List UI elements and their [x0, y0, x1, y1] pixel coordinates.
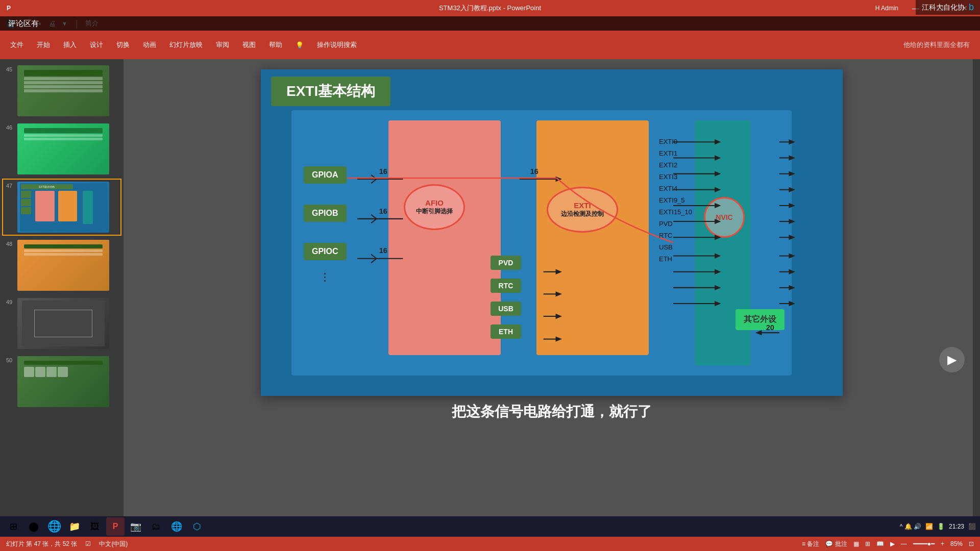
slide-subtitle: 把这条信号电路给打通，就行了 — [452, 402, 652, 421]
slide-thumb-46 — [17, 123, 109, 174]
tab-animations[interactable]: 动画 — [137, 37, 162, 53]
exti-block — [536, 120, 649, 355]
file-explorer-icon[interactable]: 📁 — [65, 517, 84, 536]
notification-area[interactable]: ⬛ — [968, 523, 976, 530]
slide-number-48: 48 — [6, 241, 17, 247]
start-button[interactable]: ⊞ — [4, 517, 22, 536]
folder2-icon[interactable]: 🗂 — [147, 517, 165, 536]
tab-start[interactable]: 开始 — [31, 37, 56, 53]
tab-view[interactable]: 视图 — [236, 37, 262, 53]
rtc-box: RTC — [491, 279, 521, 293]
app-icon: P — [4, 4, 13, 13]
slide-number-49: 49 — [6, 299, 17, 305]
tab-help[interactable]: 帮助 — [263, 37, 288, 53]
language: 中文(中国) — [99, 540, 128, 548]
slide-item-48[interactable]: 48 — [2, 237, 121, 294]
tab-lightbulb: 💡 — [289, 38, 310, 52]
label-exti0: EXTI0 — [659, 138, 692, 145]
camera-icon[interactable]: 📷 — [127, 517, 145, 536]
fit-to-window[interactable]: ⊡ — [969, 540, 974, 547]
afio-block — [388, 120, 501, 355]
app-icon-2[interactable]: ⬡ — [188, 517, 206, 536]
titlebar-left-icons: P — [4, 4, 13, 13]
eth-box: ETH — [491, 324, 521, 339]
bili-overlay: 江科大自化协 b — [916, 0, 980, 15]
zoom-out[interactable]: — — [901, 540, 907, 547]
slide-thumb-45 — [17, 65, 109, 116]
tab-search[interactable]: 操作说明搜索 — [311, 37, 363, 53]
slide-background: EXTI基本结构 GPIOA GPIOB GPIOC — [261, 69, 843, 396]
label-pvd: PVD — [659, 220, 692, 228]
usb-box: USB — [491, 302, 521, 316]
tab-insert[interactable]: 插入 — [57, 37, 83, 53]
zoom-slider[interactable]: ━━━━●━ — [913, 540, 935, 547]
browser2-icon[interactable]: 🌐 — [167, 517, 186, 536]
slide-thumb-48 — [17, 240, 109, 291]
video-comment-top: 他给的资料里面全都有 — [897, 40, 976, 49]
view-normal[interactable]: ▦ — [853, 540, 859, 547]
comment-text-1: 评论区有 — [8, 19, 39, 29]
tab-transitions[interactable]: 切换 — [110, 37, 136, 53]
label-exti15-10: EXTI15_10 — [659, 208, 692, 216]
window-title: STM32入门教程.pptx - PowerPoint — [439, 4, 541, 13]
label-exti4: EXTI4 — [659, 185, 692, 192]
comment-overlay: 评论区有 — [0, 16, 980, 31]
battery-icon: 🔋 — [937, 523, 945, 530]
comments-icon[interactable]: 💬 批注 — [825, 540, 847, 548]
slide-thumb-47: EXTI基本结构 — [17, 182, 109, 233]
label-exti2: EXTI2 — [659, 161, 692, 169]
slide-item-47[interactable]: 47 EXTI基本结构 — [2, 179, 121, 236]
nvic-annotation: NVIC — [704, 197, 745, 238]
other-devices-box: 其它外设 — [736, 309, 785, 330]
time-display: 21:23 — [949, 523, 964, 530]
tab-review[interactable]: 审阅 — [210, 37, 235, 53]
notes-icon[interactable]: ≡ 备注 — [802, 540, 819, 548]
content-area: EXTI基本结构 GPIOA GPIOB GPIOC — [124, 59, 980, 522]
bili-channel: 江科大自化协 — [922, 3, 965, 12]
ellipsis-dots: ⋮ — [320, 271, 330, 283]
ribbon: 文件 开始 插入 设计 切换 动画 幻灯片放映 审阅 视图 帮助 💡 操作说明搜… — [0, 31, 980, 59]
edge-icon[interactable]: 🌐 — [45, 517, 63, 536]
gpiob-box: GPIOB — [304, 205, 347, 222]
tab-design[interactable]: 设计 — [84, 37, 109, 53]
systray-icons: ^ 🔔 🔊 — [900, 523, 921, 530]
taskbar: ⊞ ⬤ 🌐 📁 🖼 P 📷 🗂 🌐 ⬡ ^ 🔔 🔊 📶 🔋 21:23 ⬛ — [0, 516, 980, 537]
slide-item-46[interactable]: 46 — [2, 120, 121, 178]
titlebar: P STM32入门教程.pptx - PowerPoint H Admin — … — [0, 0, 980, 16]
gpioa-box: GPIOA — [304, 166, 347, 184]
label-eth: ETH — [659, 255, 692, 263]
statusbar-right: ≡ 备注 💬 批注 ▦ ⊞ 📖 ▶ — ━━━━●━ + 85% ⊡ — [802, 540, 974, 548]
label-exti3: EXTI3 — [659, 173, 692, 181]
zoom-in[interactable]: + — [941, 540, 944, 547]
slide-number-50: 50 — [6, 357, 17, 363]
slide-canvas: EXTI基本结构 GPIOA GPIOB GPIOC — [261, 69, 843, 396]
slide-thumb-50 — [17, 356, 109, 407]
view-slideshow[interactable]: ▶ — [890, 540, 895, 547]
comment-line2: 他给的资料里面全都有 — [903, 41, 970, 48]
view-slide-sorter[interactable]: ⊞ — [865, 540, 870, 547]
network-icon: 📶 — [925, 523, 933, 530]
slide-panel: 45 46 — [0, 59, 124, 522]
view-reading[interactable]: 📖 — [876, 540, 884, 547]
exti-labels-container: EXTI0 EXTI1 EXTI2 EXTI3 EXTI4 EXTI9_5 EX… — [659, 134, 692, 267]
zoom-level: 85% — [950, 540, 963, 547]
slide-number-47: 47 — [6, 183, 17, 189]
main-layout: 45 46 — [0, 59, 980, 522]
slide-item-49[interactable]: 49 — [2, 295, 121, 352]
label-exti1: EXTI1 — [659, 149, 692, 157]
afio-annotation: AFIO 中断引脚选择 — [404, 184, 465, 230]
slide-item-45[interactable]: 45 — [2, 62, 121, 119]
slide-number-45: 45 — [6, 66, 17, 72]
video-play-button[interactable]: ▶ — [939, 347, 965, 372]
tab-file[interactable]: 文件 — [4, 37, 30, 53]
label-rtc: RTC — [659, 232, 692, 239]
tab-slideshow[interactable]: 幻灯片放映 — [163, 37, 209, 53]
photos-icon[interactable]: 🖼 — [86, 517, 104, 536]
label-exti9-5: EXTI9_5 — [659, 196, 692, 204]
statusbar: 幻灯片 第 47 张，共 52 张 ☑ 中文(中国) ≡ 备注 💬 批注 ▦ ⊞… — [0, 537, 980, 551]
slide-item-50[interactable]: 50 — [2, 353, 121, 410]
right-scrollbar[interactable] — [973, 59, 980, 522]
label-usb: USB — [659, 243, 692, 251]
search-button[interactable]: ⬤ — [24, 517, 43, 536]
powerpoint-taskbar-icon[interactable]: P — [106, 517, 125, 536]
